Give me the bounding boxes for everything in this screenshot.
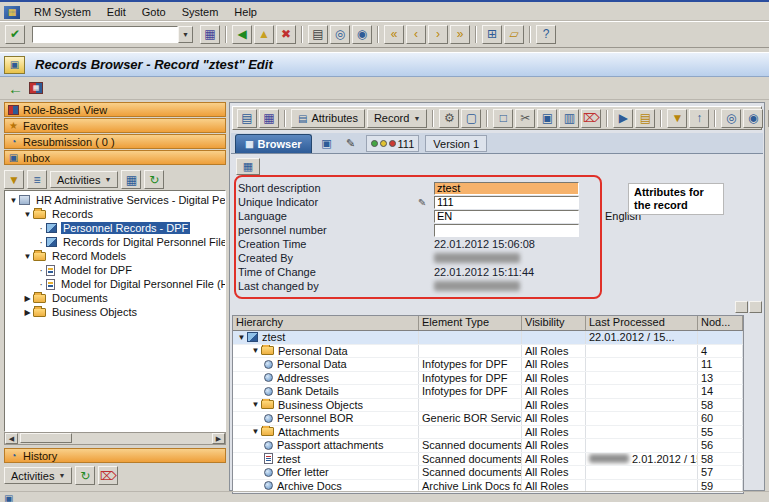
search-next-icon[interactable]: ◉ xyxy=(743,109,763,128)
search-icon[interactable]: ◎ xyxy=(721,109,741,128)
pane-scroll-right-button[interactable] xyxy=(749,301,762,313)
refresh-icon[interactable]: ↻ xyxy=(75,466,95,485)
collapse-icon[interactable]: ▼ xyxy=(250,400,261,409)
tray-favorites[interactable]: ★ Favorites xyxy=(4,118,226,133)
display-icon[interactable]: ▤ xyxy=(237,109,257,128)
next-page-icon[interactable]: › xyxy=(428,25,448,44)
edit-pencil-icon[interactable]: ✎ xyxy=(342,135,360,152)
collapse-icon[interactable]: ▼ xyxy=(236,333,247,342)
tree-item[interactable]: ·Model for Digital Personnel File (HR xyxy=(5,277,225,291)
create-shortcut-icon[interactable]: ▱ xyxy=(504,25,524,44)
table-row[interactable]: Passport attachmentsScanned documents - … xyxy=(233,439,743,453)
layout-grid-button[interactable]: ▦ xyxy=(236,158,260,175)
activities-button[interactable]: Activities ▼ xyxy=(50,171,118,188)
command-dropdown-icon[interactable]: ▼ xyxy=(178,26,193,43)
column-header[interactable]: Hierarchy xyxy=(233,316,419,330)
create-icon[interactable]: □ xyxy=(493,109,513,128)
first-page-icon[interactable]: « xyxy=(384,25,404,44)
expand-icon[interactable]: ▶ xyxy=(22,294,33,303)
menu-goto[interactable]: Goto xyxy=(134,5,174,19)
tree-item[interactable]: ·Records for Digital Personnel File (D xyxy=(5,235,225,249)
attributes-button[interactable]: ▤ Attributes xyxy=(291,109,365,128)
trash-icon[interactable]: ⌦ xyxy=(98,466,118,485)
edit-pencil-icon[interactable]: ✎ xyxy=(418,197,434,208)
table-row[interactable]: Offer letterScanned documents - D...All … xyxy=(233,466,743,480)
filter-icon[interactable]: ▼ xyxy=(667,109,687,128)
tree-horizontal-scrollbar[interactable]: ◀ ▶ xyxy=(4,432,226,445)
table-row[interactable]: ▼AttachmentsAll Roles55 xyxy=(233,426,743,440)
delete-icon[interactable]: ⌦ xyxy=(581,109,601,128)
tray-history[interactable]: ◔ History xyxy=(4,448,226,463)
tray-resubmission[interactable]: ◔ Resubmission ( 0 ) xyxy=(4,134,226,149)
scroll-right-icon[interactable]: ▶ xyxy=(212,433,225,444)
tab-browser[interactable]: ▦ Browser xyxy=(235,134,312,153)
previous-page-icon[interactable]: ‹ xyxy=(406,25,426,44)
status-icon[interactable]: ▣ xyxy=(4,493,13,502)
tree-item[interactable]: ▼HR Administrative Services - Digital Pe… xyxy=(5,193,225,207)
find-next-icon[interactable]: ◉ xyxy=(352,25,372,44)
system-menu-icon[interactable]: ▦ xyxy=(4,6,20,19)
back-icon[interactable]: ◀ xyxy=(232,25,252,44)
layout-icon[interactable]: ≡ xyxy=(27,170,47,189)
table-row[interactable]: ▼Business ObjectsAll Roles58 xyxy=(233,399,743,413)
collapse-icon[interactable]: ▼ xyxy=(22,210,33,219)
enter-button[interactable]: ✔ xyxy=(5,25,25,44)
refresh-icon[interactable]: ↻ xyxy=(144,170,164,189)
print-icon[interactable]: ▤ xyxy=(308,25,328,44)
history-activities-button[interactable]: Activities ▼ xyxy=(4,467,72,484)
paste-icon[interactable]: ▥ xyxy=(559,109,579,128)
cancel-icon[interactable]: ✖ xyxy=(276,25,296,44)
menu-help[interactable]: Help xyxy=(226,5,265,19)
field-short-description[interactable] xyxy=(434,182,579,195)
collapse-icon[interactable]: ▼ xyxy=(22,252,33,261)
back-arrow-icon[interactable]: ← xyxy=(8,80,23,97)
tree-item[interactable]: ·Model for DPF xyxy=(5,263,225,277)
expand-icon[interactable]: ▶ xyxy=(22,308,33,317)
table-row[interactable]: Personal DataInfotypes for DPFAll Roles1… xyxy=(233,358,743,372)
tree-item[interactable]: ▶Business Objects xyxy=(5,305,225,319)
settings-gear-icon[interactable]: ⚙ xyxy=(439,109,459,128)
last-page-icon[interactable]: » xyxy=(450,25,470,44)
menu-system[interactable]: System xyxy=(174,5,227,19)
menu-edit[interactable]: Edit xyxy=(99,5,134,19)
tray-inbox[interactable]: ▣ Inbox xyxy=(4,150,226,165)
grid-icon[interactable]: ▦ xyxy=(121,170,141,189)
tree-item[interactable]: ▼Record Models xyxy=(5,249,225,263)
new-session-icon[interactable]: ⊞ xyxy=(482,25,502,44)
field-personnel-number[interactable] xyxy=(434,224,579,237)
command-field[interactable] xyxy=(32,26,178,43)
record-menu-button[interactable]: Record ▼ xyxy=(367,109,427,128)
move-icon[interactable]: ▶ xyxy=(613,109,633,128)
cut-icon[interactable]: ✂ xyxy=(515,109,535,128)
table-row[interactable]: ▼ztest22.01.2012 / 15... xyxy=(233,331,743,345)
column-header[interactable]: Last Processed xyxy=(586,316,698,330)
scrollbar-track[interactable] xyxy=(18,433,212,444)
table-row[interactable]: ztestScanned documents - D...All Roles2.… xyxy=(233,453,743,467)
collapse-icon[interactable]: ▼ xyxy=(250,346,261,355)
column-header[interactable]: Element Type xyxy=(419,316,522,330)
document-icon[interactable]: ▣ xyxy=(318,135,336,152)
services-icon[interactable]: ▦ xyxy=(29,82,43,94)
filter-icon[interactable]: ▼ xyxy=(4,170,24,189)
tree-item[interactable]: ·Personnel Records - DPF xyxy=(5,221,225,235)
column-header[interactable]: Visibility xyxy=(522,316,586,330)
tray-role-based-view[interactable]: Role-Based View xyxy=(4,102,226,117)
find-icon[interactable]: ◎ xyxy=(330,25,350,44)
exit-icon[interactable]: ▲ xyxy=(254,25,274,44)
field-language[interactable] xyxy=(434,210,579,223)
menu-rm-system[interactable]: RM System xyxy=(26,5,99,19)
table-row[interactable]: AddressesInfotypes for DPFAll Roles13 xyxy=(233,372,743,386)
version-selector[interactable]: Version 1 xyxy=(425,135,487,152)
table-row[interactable]: Personnel BORGeneric BOR Service Pro...A… xyxy=(233,412,743,426)
save-icon[interactable]: ▦ xyxy=(259,109,279,128)
scrollbar-thumb[interactable] xyxy=(20,433,72,443)
tree-item[interactable]: ▶Documents xyxy=(5,291,225,305)
collapse-icon[interactable]: ▼ xyxy=(8,196,19,205)
copy-icon[interactable]: ▣ xyxy=(537,109,557,128)
pane-scroll-left-button[interactable] xyxy=(735,301,748,313)
save-icon[interactable]: ▦ xyxy=(200,25,220,44)
table-row[interactable]: ▼Personal DataAll Roles4 xyxy=(233,345,743,359)
collapse-icon[interactable]: ▼ xyxy=(250,427,261,436)
help-icon[interactable]: ? xyxy=(536,25,556,44)
monitor-icon[interactable]: ▢ xyxy=(461,109,481,128)
